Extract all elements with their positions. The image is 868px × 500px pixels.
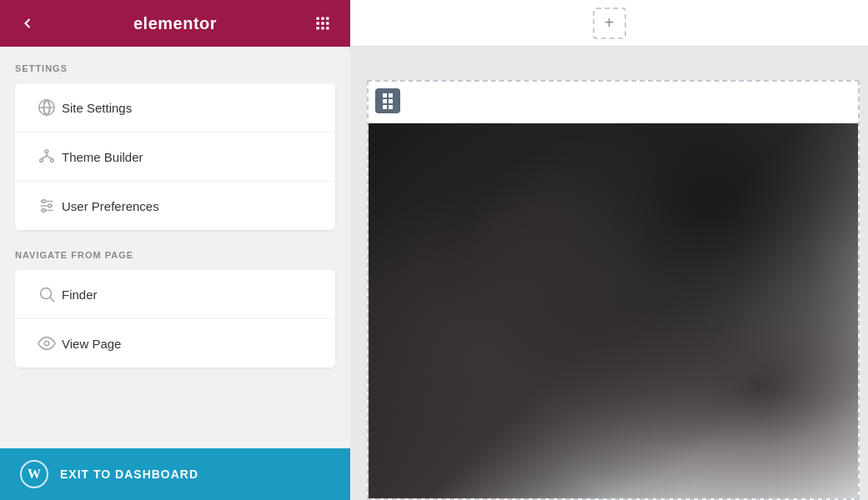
svg-rect-3	[317, 22, 319, 24]
svg-rect-7	[321, 27, 324, 29]
canvas-panel: +	[350, 0, 868, 500]
svg-line-25	[50, 298, 54, 302]
sidebar-item-view-page[interactable]: View Page	[15, 319, 335, 368]
finder-label: Finder	[62, 288, 98, 302]
sidebar: elementor SETTINGS	[0, 0, 350, 500]
user-preferences-label: User Preferences	[62, 199, 159, 213]
settings-menu-group: Site Settings Theme Builder	[15, 83, 335, 230]
svg-point-23	[43, 209, 46, 212]
svg-rect-1	[321, 18, 324, 20]
svg-line-17	[47, 156, 52, 159]
svg-line-16	[42, 156, 47, 159]
page-preview	[367, 80, 860, 500]
sidebar-item-theme-builder[interactable]: Theme Builder	[15, 132, 335, 182]
globe-icon	[32, 98, 62, 117]
sidebar-item-user-preferences[interactable]: User Preferences	[15, 182, 335, 230]
svg-rect-8	[326, 27, 329, 29]
preview-image	[369, 123, 858, 498]
wp-symbol: W	[28, 467, 41, 482]
settings-section-label: SETTINGS	[15, 63, 335, 73]
canvas-area	[350, 47, 868, 500]
navigate-menu-group: Finder View Page	[15, 270, 335, 368]
svg-point-13	[40, 159, 43, 162]
theme-builder-label: Theme Builder	[62, 150, 143, 164]
back-button[interactable]	[15, 11, 40, 36]
svg-rect-6	[317, 27, 319, 29]
grid-handle-icon	[383, 93, 393, 109]
exit-to-dashboard-button[interactable]: W EXIT TO DASHBOARD	[0, 448, 350, 500]
search-icon	[32, 285, 62, 303]
sidebar-item-finder[interactable]: Finder	[15, 270, 335, 319]
add-icon: +	[605, 13, 615, 32]
svg-rect-2	[326, 18, 329, 20]
svg-point-14	[51, 159, 54, 162]
wordpress-icon: W	[20, 460, 48, 488]
preview-image-content	[369, 123, 858, 498]
site-settings-label: Site Settings	[62, 101, 132, 115]
svg-rect-5	[326, 22, 329, 24]
svg-point-22	[48, 204, 52, 208]
svg-point-12	[45, 150, 48, 153]
svg-rect-4	[321, 22, 324, 24]
app-title: elementor	[133, 14, 217, 33]
navigate-section-label: NAVIGATE FROM PAGE	[15, 250, 335, 260]
svg-point-26	[44, 341, 49, 346]
sidebar-content: SETTINGS Site Settings	[0, 47, 350, 448]
eye-icon	[32, 334, 62, 352]
view-page-label: View Page	[62, 337, 121, 351]
svg-rect-0	[317, 18, 319, 20]
exit-label: EXIT TO DASHBOARD	[60, 468, 198, 481]
sidebar-item-site-settings[interactable]: Site Settings	[15, 83, 335, 132]
sliders-icon	[32, 197, 62, 215]
svg-point-24	[41, 288, 52, 299]
section-handle[interactable]	[375, 88, 400, 113]
canvas-top-bar: +	[350, 0, 868, 47]
canvas-add-section-button[interactable]: +	[593, 8, 626, 39]
svg-point-21	[43, 200, 46, 203]
grid-menu-button[interactable]	[310, 11, 335, 36]
theme-icon	[32, 148, 62, 166]
sidebar-header: elementor	[0, 0, 350, 47]
